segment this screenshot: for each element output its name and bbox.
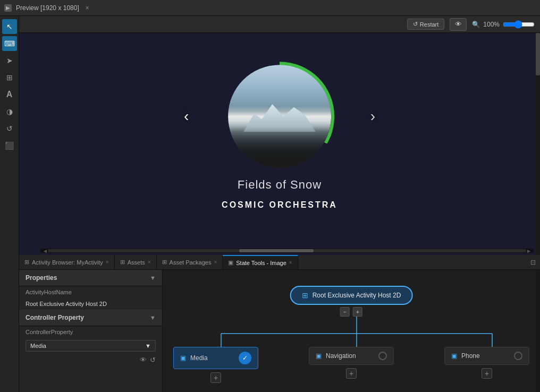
nav-node-label: Navigation xyxy=(326,352,356,360)
expand-icon: ⊡ xyxy=(530,259,536,266)
tab-icon-packages: ⊞ xyxy=(162,259,167,266)
tab-assets[interactable]: ⊞ Assets × xyxy=(115,255,157,269)
track-artist: COSMIC ORCHESTRA xyxy=(222,200,338,210)
sidebar: ↖ ⌨ ➤ ⊞ A ◑ ↺ ⬛ xyxy=(0,16,19,392)
child-node-media[interactable]: ▣ Media ✓ xyxy=(173,347,258,369)
root-conn-row: − + xyxy=(290,307,413,317)
conn-minus-btn[interactable]: − xyxy=(340,307,350,317)
nav-node-icon: ▣ xyxy=(316,352,322,360)
sidebar-icon-cursor[interactable]: ↖ xyxy=(2,19,17,34)
preview-canvas: ‹ › Fields of Snow COSMIC xyxy=(19,33,540,255)
tab-icon-state: ▣ xyxy=(228,259,233,266)
controller-title: Controller Property xyxy=(26,314,84,321)
preview-toolbar: ↺ Restart 👁 🔍 100% xyxy=(19,16,540,33)
root-node-label: Root Exclusive Activity Host 2D xyxy=(313,292,401,299)
child-node-navigation-wrap: ▣ Navigation + xyxy=(309,347,394,379)
media-add-btn[interactable]: + xyxy=(210,372,221,383)
zoom-slider[interactable] xyxy=(503,20,535,29)
phone-node-icon: ▣ xyxy=(451,352,457,360)
tab-close-state[interactable]: × xyxy=(289,260,292,266)
phone-dot xyxy=(514,352,522,360)
activity-host-value: Root Exclusive Activity Host 2D xyxy=(19,298,162,310)
expand-button[interactable]: ⊡ xyxy=(526,255,540,269)
node-graph: ⊞ Root Exclusive Activity Host 2D − + ▣ … xyxy=(163,270,540,392)
sidebar-icon-sync[interactable]: ↺ xyxy=(2,121,17,136)
properties-chevron: ▼ xyxy=(150,275,156,281)
nav-add-btn[interactable]: + xyxy=(346,368,357,379)
zoom-area: 🔍 100% xyxy=(472,20,535,29)
activity-host-label: ActivityHostName xyxy=(19,286,162,298)
child-node-media-wrap: ▣ Media ✓ + xyxy=(173,347,258,383)
sidebar-icon-arrow[interactable]: ➤ xyxy=(2,53,17,68)
properties-section-header[interactable]: Properties ▼ xyxy=(19,270,162,286)
tab-close-packages[interactable]: × xyxy=(214,259,217,265)
phone-node-label: Phone xyxy=(461,352,480,360)
restart-icon: ↺ xyxy=(413,21,418,28)
child-node-phone-wrap: ▣ Phone + xyxy=(444,347,529,379)
title-bar-icon: ▶ xyxy=(4,4,12,12)
controller-section-header[interactable]: Controller Property ▼ xyxy=(19,310,162,326)
visibility-toggle-icon[interactable]: 👁 xyxy=(140,356,147,364)
track-title: Fields of Snow xyxy=(238,178,322,192)
tab-asset-packages[interactable]: ⊞ Asset Packages × xyxy=(157,255,223,269)
tab-state-tools[interactable]: ▣ State Tools - Image × xyxy=(223,255,298,269)
sidebar-icon-keyboard[interactable]: ⌨ xyxy=(2,36,17,51)
child-node-navigation[interactable]: ▣ Navigation xyxy=(309,347,394,365)
media-value: Media xyxy=(30,343,46,349)
visibility-button[interactable]: 👁 xyxy=(450,18,467,31)
tab-close-activity[interactable]: × xyxy=(106,259,109,265)
prop-actions: 👁 ↺ xyxy=(19,354,162,366)
conn-plus-btn[interactable]: + xyxy=(353,307,362,317)
graph-vscrollbar[interactable] xyxy=(536,270,540,392)
sidebar-icon-group[interactable]: ⬛ xyxy=(2,138,17,153)
nav-dot xyxy=(378,352,387,360)
tab-close-assets[interactable]: × xyxy=(148,259,151,265)
prev-arrow[interactable]: ‹ xyxy=(184,108,189,125)
right-panel: ↺ Restart 👁 🔍 100% ‹ xyxy=(19,16,540,392)
sidebar-icon-table[interactable]: ⊞ xyxy=(2,70,17,85)
controller-property-label: ControllerProperty xyxy=(19,326,162,338)
music-player: ‹ › Fields of Snow COSMIC xyxy=(222,63,338,210)
h-scrollbar[interactable]: ◄ ► xyxy=(40,249,534,253)
tab-icon-activity: ⊞ xyxy=(24,259,29,266)
tab-bar: ⊞ Activity Browser: MyActivity × ⊞ Asset… xyxy=(19,255,540,270)
properties-panel: Properties ▼ ActivityHostName Root Exclu… xyxy=(19,270,163,392)
media-dropdown[interactable]: Media ▼ xyxy=(26,340,156,352)
next-arrow[interactable]: › xyxy=(370,108,375,125)
media-node-label: Media xyxy=(190,354,208,362)
v-scrollbar[interactable] xyxy=(536,33,540,255)
phone-add-btn[interactable]: + xyxy=(482,368,492,379)
restart-button[interactable]: ↺ Restart xyxy=(407,19,444,30)
root-node[interactable]: ⊞ Root Exclusive Activity Host 2D − + xyxy=(290,286,413,317)
properties-title: Properties xyxy=(26,274,57,282)
album-art xyxy=(228,65,331,168)
media-check-icon: ✓ xyxy=(239,352,251,364)
media-dropdown-chevron: ▼ xyxy=(145,343,151,349)
media-node-icon: ▣ xyxy=(180,354,186,362)
title-bar: ▶ Preview [1920 x 1080] × xyxy=(0,0,540,16)
media-dropdown-row: Media ▼ xyxy=(19,338,162,354)
title-bar-close-button[interactable]: × xyxy=(86,4,89,12)
title-bar-text: Preview [1920 x 1080] xyxy=(16,4,79,12)
zoom-icon: 🔍 xyxy=(472,21,480,28)
tab-icon-assets: ⊞ xyxy=(120,259,125,266)
child-node-phone[interactable]: ▣ Phone xyxy=(444,347,529,365)
controller-chevron: ▼ xyxy=(150,314,156,321)
zoom-level: 100% xyxy=(483,21,500,28)
sidebar-icon-layers[interactable]: ◑ xyxy=(2,104,17,119)
sidebar-icon-text[interactable]: A xyxy=(2,87,17,102)
refresh-icon[interactable]: ↺ xyxy=(150,356,156,364)
tab-activity-browser[interactable]: ⊞ Activity Browser: MyActivity × xyxy=(19,255,115,269)
root-node-icon: ⊞ xyxy=(302,291,308,300)
main-area: ↖ ⌨ ➤ ⊞ A ◑ ↺ ⬛ ↺ Restart 👁 🔍 100% xyxy=(0,16,540,392)
bottom-panel: Properties ▼ ActivityHostName Root Exclu… xyxy=(19,270,540,392)
